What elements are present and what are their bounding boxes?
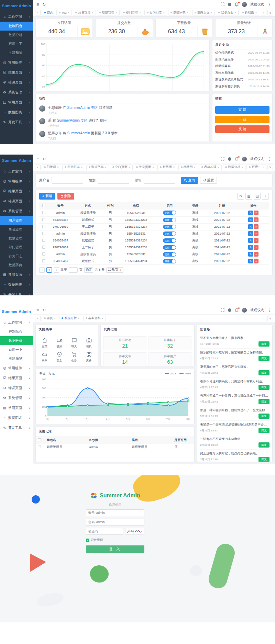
edit-button[interactable]: ✎ bbox=[248, 211, 253, 215]
quick-item-chat[interactable]: 聊天 bbox=[67, 337, 81, 348]
table-refresh-icon[interactable]: ↻ bbox=[237, 193, 244, 200]
tab-close-icon[interactable]: × bbox=[91, 11, 93, 14]
reply-button[interactable]: 回复 bbox=[258, 442, 270, 448]
enable-toggle[interactable]: 启用 bbox=[163, 231, 176, 236]
sidebar-group-header[interactable]: ⌂ 工作空间 ∧ bbox=[0, 12, 33, 22]
sidebar-group-header[interactable]: ⚙ 系统管理 ∨ bbox=[0, 393, 33, 403]
search-username-input[interactable] bbox=[52, 177, 83, 184]
collapse-menu-icon[interactable]: ≡ bbox=[36, 2, 39, 7]
tab[interactable]: 登录页面 × bbox=[216, 10, 239, 15]
sidebar-group-header[interactable]: ☑ 结果页面 ∨ bbox=[0, 186, 33, 196]
tab-scroll-right[interactable]: › bbox=[261, 10, 266, 15]
sidebar-group-header[interactable]: ◎ 常用组件 ∨ bbox=[0, 57, 33, 67]
sidebar-subitem[interactable]: 部门管理 bbox=[0, 243, 33, 252]
sidebar-subitem[interactable]: 数据分析 bbox=[0, 336, 33, 345]
page-jump-input[interactable] bbox=[69, 267, 78, 273]
sidebar-group-header[interactable]: ⌂ 工作空间 ∧ bbox=[0, 317, 33, 327]
edit-button[interactable]: ✎ bbox=[248, 217, 253, 222]
tab[interactable]: 数据分析 × bbox=[59, 316, 82, 321]
delete-button[interactable]: × bbox=[254, 245, 258, 250]
tab[interactable]: 空白页面 × bbox=[192, 10, 215, 15]
fullscreen-icon[interactable] bbox=[221, 157, 224, 161]
sidebar-group-header[interactable]: ☑ 结果页面 ∨ bbox=[0, 373, 33, 383]
password-input[interactable] bbox=[86, 519, 144, 526]
tab[interactable]: 首页 × bbox=[42, 316, 58, 321]
delete-button[interactable]: × bbox=[254, 211, 258, 215]
tab-scroll-left[interactable]: ‹ bbox=[35, 10, 41, 15]
sidebar-group-header[interactable]: ◎ 常用组件 ∨ bbox=[0, 176, 33, 186]
search-email-input[interactable] bbox=[144, 177, 175, 184]
delete-button[interactable]: × bbox=[254, 224, 258, 229]
sidebar-group-header[interactable]: ⊘ 错误页面 ∨ bbox=[0, 196, 33, 206]
tab[interactable]: 403 × bbox=[56, 10, 72, 15]
edit-button[interactable]: ✎ bbox=[248, 231, 253, 236]
edit-button[interactable]: ✎ bbox=[248, 245, 253, 250]
tab-close-icon[interactable]: × bbox=[54, 317, 56, 320]
sidebar-group-header[interactable]: ◔ 数据图表 ∨ bbox=[0, 413, 33, 423]
edit-button[interactable]: ✎ bbox=[248, 252, 253, 257]
prev-page-button[interactable]: ‹ bbox=[39, 267, 45, 273]
tab-close-icon[interactable]: × bbox=[139, 11, 141, 14]
quick-item-camera[interactable]: 相机 bbox=[81, 337, 96, 348]
tab-close-icon[interactable]: × bbox=[234, 11, 236, 14]
next-page-button[interactable]: › bbox=[54, 267, 59, 273]
quick-item-notice[interactable]: 公告 bbox=[67, 351, 81, 362]
tab-scroll-right[interactable]: › bbox=[261, 316, 266, 321]
enable-toggle[interactable]: 启用 bbox=[163, 238, 176, 243]
sidebar-subitem[interactable]: 百度一下 bbox=[0, 345, 33, 354]
fullscreen-icon[interactable] bbox=[221, 2, 224, 6]
delete-users-button[interactable]: 删除 bbox=[57, 193, 74, 200]
row-checkbox[interactable] bbox=[38, 445, 41, 448]
sidebar-group-header[interactable]: ⌂ 工作空间 ∨ bbox=[0, 166, 33, 176]
page-jump-confirm-button[interactable]: 确定 bbox=[84, 267, 93, 273]
collapse-menu-icon[interactable]: ≡ bbox=[36, 308, 39, 312]
activity-link[interactable]: SummerAdmin 专区 bbox=[67, 106, 98, 110]
notification-bell-icon[interactable] bbox=[235, 2, 239, 7]
tab[interactable]: 数据字典 × bbox=[168, 10, 191, 15]
row-checkbox[interactable] bbox=[42, 211, 45, 214]
sidebar-subitem[interactable]: 主题预览 bbox=[0, 48, 33, 57]
tab-close-icon[interactable]: × bbox=[187, 11, 188, 14]
more-menu-icon[interactable]: ⋮ bbox=[267, 2, 272, 7]
delete-button[interactable]: × bbox=[254, 259, 258, 263]
page-number-button[interactable]: 1 bbox=[46, 267, 52, 273]
sidebar-group-header[interactable]: ◔ 数据图表 ∨ bbox=[0, 107, 33, 117]
quick-item-form[interactable]: 表单 bbox=[37, 351, 52, 362]
tab-close-icon[interactable]: × bbox=[211, 11, 212, 14]
link-button[interactable]: 反 馈 bbox=[215, 125, 270, 133]
sidebar-group-header[interactable]: ☑ 结果页面 ∨ bbox=[0, 67, 33, 77]
tab-list-toggle[interactable]: ∨ bbox=[267, 10, 273, 15]
enable-toggle[interactable]: 启用 bbox=[163, 245, 176, 250]
tab-close-icon[interactable]: × bbox=[129, 166, 130, 169]
tab-close-icon[interactable]: × bbox=[255, 11, 257, 14]
tab-close-icon[interactable]: × bbox=[173, 166, 175, 169]
reply-button[interactable]: 回复 bbox=[258, 399, 270, 404]
enable-toggle[interactable]: 启用 bbox=[163, 211, 176, 215]
enable-toggle[interactable]: 启用 bbox=[163, 218, 176, 222]
tab-close-icon[interactable]: × bbox=[102, 317, 103, 320]
notification-bell-icon[interactable] bbox=[235, 308, 239, 312]
row-checkbox[interactable] bbox=[42, 218, 45, 221]
captcha-input[interactable] bbox=[86, 528, 123, 535]
refresh-icon[interactable]: ↻ bbox=[42, 157, 46, 161]
tab[interactable]: 行为日志 × bbox=[62, 165, 85, 170]
collapse-menu-icon[interactable]: ≡ bbox=[36, 157, 39, 161]
search-button[interactable]: 查询 bbox=[181, 177, 198, 184]
tab-list-toggle[interactable]: ∨ bbox=[267, 165, 273, 170]
sidebar-group-header[interactable]: ▤ 常用页面 ∨ bbox=[0, 270, 33, 280]
reply-button[interactable]: 回复 bbox=[258, 428, 270, 433]
tab[interactable]: 部门管理 × bbox=[121, 10, 143, 15]
sidebar-subitem[interactable]: 行为日志 bbox=[0, 252, 33, 261]
row-checkbox[interactable] bbox=[42, 225, 45, 228]
sidebar-group-header[interactable]: ✎ 开发工具 ∨ bbox=[0, 117, 33, 127]
more-menu-icon[interactable]: ⋮ bbox=[267, 308, 272, 312]
sidebar-group-header[interactable]: ▤ 常用页面 ∨ bbox=[0, 403, 33, 413]
sidebar-group-header[interactable]: ▤ 常用页面 ∨ bbox=[0, 97, 33, 107]
reset-button[interactable]: ↺重置 bbox=[200, 177, 217, 184]
tab[interactable]: 折线图 × bbox=[240, 10, 259, 15]
tab[interactable]: 角色管理 × bbox=[73, 10, 96, 15]
link-button[interactable]: 官 网 bbox=[215, 106, 270, 114]
tab-scroll-right[interactable]: › bbox=[261, 165, 266, 170]
refresh-icon[interactable]: ↻ bbox=[42, 2, 46, 7]
fullscreen-icon[interactable] bbox=[221, 308, 224, 312]
